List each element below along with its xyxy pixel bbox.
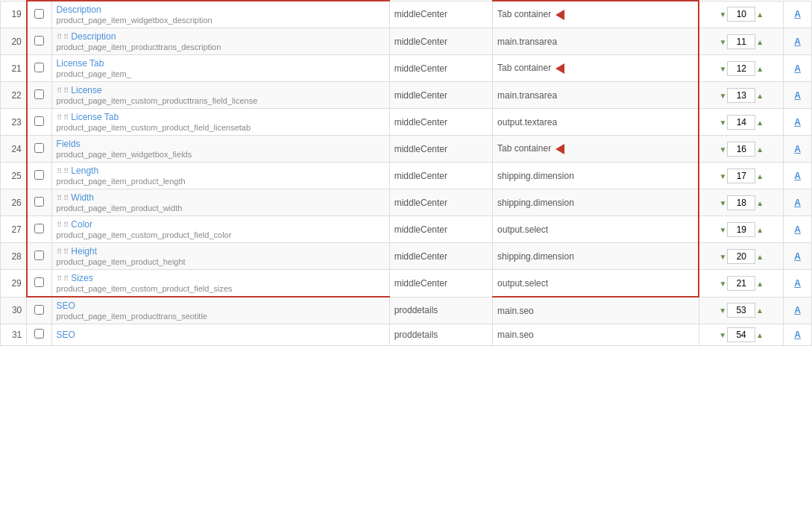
order-down-button[interactable]: ▼ (718, 280, 727, 288)
order-input[interactable] (727, 195, 755, 210)
action-cell[interactable]: A (784, 270, 812, 298)
order-down-button[interactable]: ▼ (718, 331, 727, 339)
row-checkbox-cell[interactable] (27, 136, 51, 163)
order-down-button[interactable]: ▼ (718, 92, 727, 100)
action-link[interactable]: A (794, 171, 801, 181)
order-down-button[interactable]: ▼ (718, 65, 727, 73)
action-link[interactable]: A (794, 144, 801, 154)
order-down-button[interactable]: ▼ (718, 10, 727, 19)
order-up-button[interactable]: ▲ (755, 226, 764, 234)
order-input[interactable] (727, 327, 755, 342)
item-name-link[interactable]: Length (71, 166, 98, 176)
action-link[interactable]: A (794, 63, 801, 74)
order-input[interactable] (727, 142, 755, 157)
row-checkbox[interactable] (34, 329, 44, 339)
order-up-button[interactable]: ▲ (755, 331, 764, 339)
row-checkbox[interactable] (34, 305, 44, 315)
item-name-link[interactable]: License (71, 85, 101, 95)
row-checkbox[interactable] (34, 170, 44, 180)
item-name-link[interactable]: License Tab (71, 112, 119, 122)
row-checkbox-cell[interactable] (27, 216, 51, 243)
order-up-button[interactable]: ▲ (755, 306, 764, 315)
order-down-button[interactable]: ▼ (718, 226, 727, 234)
order-up-button[interactable]: ▲ (755, 38, 764, 46)
item-name-link[interactable]: SEO (57, 330, 75, 340)
order-down-button[interactable]: ▼ (718, 253, 727, 261)
order-input[interactable] (727, 34, 755, 49)
row-checkbox-cell[interactable] (27, 189, 51, 216)
order-input[interactable] (727, 276, 755, 291)
item-name-link[interactable]: License Tab (57, 58, 104, 69)
order-up-button[interactable]: ▲ (755, 92, 764, 100)
row-checkbox[interactable] (34, 63, 44, 72)
order-up-button[interactable]: ▲ (755, 172, 764, 180)
action-cell[interactable]: A (784, 163, 812, 189)
action-link[interactable]: A (794, 278, 801, 289)
order-input[interactable] (727, 169, 755, 183)
action-cell[interactable]: A (784, 324, 812, 346)
action-link[interactable]: A (794, 37, 801, 47)
order-input[interactable] (727, 115, 755, 130)
order-up-button[interactable]: ▲ (755, 199, 764, 207)
order-input[interactable] (727, 249, 755, 264)
action-link[interactable]: A (794, 251, 801, 262)
row-checkbox-cell[interactable] (27, 163, 51, 189)
row-checkbox-cell[interactable] (27, 82, 51, 109)
item-name-link[interactable]: Fields (57, 139, 81, 149)
action-link[interactable]: A (794, 9, 801, 19)
row-checkbox-cell[interactable] (27, 28, 51, 55)
order-input[interactable] (727, 88, 755, 103)
action-cell[interactable]: A (784, 136, 812, 163)
order-down-button[interactable]: ▼ (718, 306, 727, 315)
action-cell[interactable]: A (784, 55, 812, 82)
row-checkbox-cell[interactable] (27, 55, 51, 82)
order-down-button[interactable]: ▼ (718, 119, 727, 127)
order-up-button[interactable]: ▲ (755, 10, 764, 19)
order-up-button[interactable]: ▲ (755, 145, 764, 154)
action-link[interactable]: A (794, 330, 801, 340)
action-cell[interactable]: A (784, 216, 812, 243)
row-checkbox-cell[interactable] (27, 297, 51, 324)
row-checkbox[interactable] (34, 197, 44, 207)
action-cell[interactable]: A (784, 82, 812, 109)
row-checkbox-cell[interactable] (27, 270, 51, 298)
action-cell[interactable]: A (784, 109, 812, 136)
item-name-link[interactable]: Color (71, 219, 92, 230)
item-name-link[interactable]: Description (57, 4, 101, 15)
row-checkbox-cell[interactable] (27, 243, 51, 270)
action-link[interactable]: A (794, 117, 801, 128)
item-name-link[interactable]: Width (71, 192, 94, 203)
row-checkbox[interactable] (34, 89, 44, 99)
order-up-button[interactable]: ▲ (755, 119, 764, 127)
order-down-button[interactable]: ▼ (718, 145, 727, 154)
row-checkbox[interactable] (34, 9, 44, 19)
item-name-link[interactable]: Sizes (71, 273, 92, 283)
row-checkbox-cell[interactable] (27, 109, 51, 136)
order-down-button[interactable]: ▼ (718, 38, 727, 46)
action-link[interactable]: A (794, 305, 801, 315)
action-link[interactable]: A (794, 198, 801, 208)
row-checkbox[interactable] (34, 224, 44, 233)
item-name-link[interactable]: Description (71, 31, 116, 42)
order-down-button[interactable]: ▼ (718, 199, 727, 207)
action-cell[interactable]: A (784, 28, 812, 55)
item-name-link[interactable]: SEO (57, 300, 75, 311)
order-up-button[interactable]: ▲ (755, 280, 764, 288)
row-checkbox[interactable] (34, 116, 44, 126)
action-cell[interactable]: A (784, 243, 812, 270)
order-down-button[interactable]: ▼ (718, 172, 727, 180)
order-input[interactable] (727, 222, 755, 237)
row-checkbox-cell[interactable] (27, 324, 51, 346)
row-checkbox[interactable] (34, 143, 44, 153)
order-input[interactable] (727, 303, 755, 318)
order-up-button[interactable]: ▲ (755, 65, 764, 73)
action-cell[interactable]: A (784, 1, 812, 28)
action-cell[interactable]: A (784, 189, 812, 216)
action-cell[interactable]: A (784, 297, 812, 324)
order-up-button[interactable]: ▲ (755, 253, 764, 261)
order-input[interactable] (727, 7, 755, 22)
row-checkbox[interactable] (34, 251, 44, 260)
order-input[interactable] (727, 61, 755, 76)
row-checkbox[interactable] (34, 277, 44, 287)
row-checkbox[interactable] (34, 36, 44, 45)
